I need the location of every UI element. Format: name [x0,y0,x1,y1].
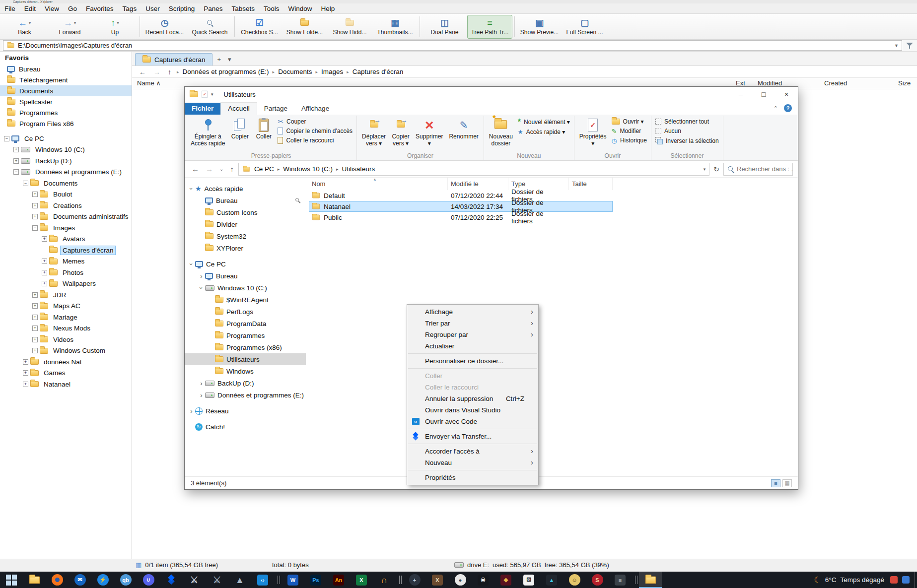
chevron-collapsed-icon[interactable]: › [188,407,195,415]
taskbar-game-5[interactable]: ◆ [494,572,517,588]
tree-item-images[interactable]: −Images [0,222,132,234]
expand-icon[interactable]: + [42,281,47,286]
favorite-item-spellcaster[interactable]: Spellcaster [0,96,132,107]
breadcrumb-captures-d-ecran[interactable]: Captures d'écran [352,68,404,75]
expand-icon[interactable]: + [32,315,38,320]
menu-item-tags[interactable]: Tags [118,3,141,13]
file-row-public[interactable]: Public07/12/2020 22:25Dossier de fichier… [309,212,613,223]
file-column-nom[interactable]: Nom [309,178,448,190]
ribbon-deplacer-vers[interactable]: →Déplacervers ▾ [359,116,389,147]
expand-icon[interactable]: + [32,192,38,197]
maximize-button[interactable]: □ [752,87,775,102]
expand-icon[interactable]: + [42,236,47,242]
expand-icon[interactable]: + [32,214,38,219]
toolbar-tree-path-tr[interactable]: ≡Tree Path Tr... [467,15,512,39]
expand-icon[interactable]: + [23,359,28,365]
menu-item-ouvrir-avec-code[interactable]: ‹›Ouvrir avec Code [407,416,538,427]
menu-item-tabsets[interactable]: Tabsets [227,3,259,13]
expand-icon[interactable]: + [32,337,38,342]
column-header-name[interactable]: Name ∧ [137,79,161,87]
breadcrumb-forward-icon[interactable]: → [150,68,163,76]
weather-widget[interactable]: ☾6°CTemps dégagé [808,572,890,588]
file-column-modifie-le[interactable]: Modifié le [448,178,508,190]
expand-icon[interactable]: + [32,203,38,208]
ribbon-ouvrir[interactable]: Ouvrir ▾ [610,118,649,126]
tree-item-maps-ac[interactable]: +Maps AC [0,301,132,312]
toolbar-back[interactable]: ←▾Back [2,15,47,39]
collapse-icon[interactable]: − [4,136,9,141]
menu-item-ouvrir-dans-visual-studio[interactable]: Ouvrir dans Visual Studio [407,404,538,416]
ribbon-tab-fichier[interactable]: Fichier [185,103,220,115]
nav-item-system32[interactable]: System32 [185,230,306,242]
ribbon-epingler-a-acces-rapide[interactable]: Épingler àAccès rapide [188,116,228,147]
show-desktop-button[interactable] [915,572,917,588]
menu-item-user[interactable]: User [141,3,164,13]
tree-item-jdr[interactable]: +JDR [0,289,132,301]
taskbar-game-10[interactable]: ≡ [609,572,632,588]
tree-item-windows-custom[interactable]: +Windows Custom [0,345,132,357]
menu-item-coller[interactable]: Coller [407,370,538,382]
tree-item-nexus-mods[interactable]: +Nexus Mods [0,323,132,334]
breadcrumb-documents[interactable]: Documents [277,68,313,75]
tray-icon-blue[interactable] [902,576,910,584]
tree-item-donnees-nat[interactable]: +données Nat [0,356,132,368]
taskbar-dropbox[interactable] [160,572,183,588]
tray-icon-red[interactable] [890,576,898,584]
dropdown-arrow-icon[interactable]: ▾ [117,20,119,25]
ribbon-inverser-la-selection[interactable]: Inverser la sélection [653,136,721,145]
nav-item-bureau[interactable]: Bureau [185,195,306,206]
menu-item-annuler-la-suppression[interactable]: Annuler la suppressionCtrl+Z [407,393,538,404]
taskbar-animate[interactable]: An [327,572,350,588]
menu-item-affichage[interactable]: Affichage› [407,306,538,318]
recent-locations-icon[interactable]: ⌄ [217,166,225,172]
nav-item-reseau[interactable]: ›Réseau [185,405,306,417]
up-icon[interactable]: ↑ [228,165,236,173]
nav-item-ce-pc[interactable]: ›Ce PC [185,258,306,270]
toolbar-show-folde[interactable]: Show Folde... [282,15,327,39]
quick-access-customize-icon[interactable]: ▾ [211,92,213,97]
taskbar-game-2[interactable]: X [426,572,449,588]
ribbon-modifier[interactable]: ✎Modifier [610,127,649,135]
ribbon-supprimer[interactable]: ×Supprimer▾ [413,116,446,147]
path-segment-windows-10-c[interactable]: Windows 10 (C:) [281,165,335,173]
search-box[interactable]: Rechercher dans : ... [723,163,793,176]
favorite-item-programmes[interactable]: Programmes [0,107,132,118]
collapse-icon[interactable]: − [32,225,38,231]
ribbon-acces-rapide[interactable]: ★Accès rapide ▾ [516,128,572,136]
taskbar-dagger-1[interactable]: ⚔ [183,572,206,588]
file-column-type[interactable]: Type [508,178,569,190]
menu-item-go[interactable]: Go [64,3,81,13]
ribbon-historique[interactable]: ◷Historique [610,136,649,144]
path-segment-ce-pc[interactable]: Ce PC [252,165,276,173]
chevron-collapsed-icon[interactable]: › [198,272,205,280]
menu-item-proprietes[interactable]: Propriétés [407,472,538,483]
minimize-button[interactable]: – [729,87,752,102]
file-column-taille[interactable]: Taille [569,178,613,190]
taskbar-word[interactable]: W [282,572,304,588]
toolbar-recent-loca[interactable]: ◷Recent Loca... [142,15,187,39]
chevron-expanded-icon[interactable]: › [198,284,205,292]
address-dropdown-icon[interactable]: ▾ [704,167,706,172]
tree-item-windows-10-c[interactable]: +Windows 10 (C:) [0,144,132,156]
chevron-expanded-icon[interactable]: › [188,185,195,193]
taskbar-game-1[interactable]: + [403,572,426,588]
breadcrumb-donnees-et-programmes-e[interactable]: Données et programmes (E:) [182,68,270,75]
expand-icon[interactable]: + [13,158,19,164]
tree-item-donnees-et-programmes-e[interactable]: −Données et programmes (E:) [0,167,132,178]
tab-list-dropdown[interactable]: ▾ [225,53,234,65]
expand-icon[interactable]: + [42,270,47,275]
taskbar-vortex-tool[interactable]: ▲ [228,572,251,588]
ribbon-proprietes[interactable]: Propriétés▾ [576,116,610,147]
chevron-collapsed-icon[interactable]: › [198,380,205,387]
favorite-item-program-files-x86[interactable]: Program Files x86 [0,118,132,129]
tree-item-videos[interactable]: +Videos [0,334,132,345]
chevron-expanded-icon[interactable]: › [188,261,195,268]
ribbon-renommer[interactable]: ✎Renommer [446,116,481,140]
chevron-collapsed-icon[interactable]: › [198,392,205,399]
address-bar[interactable]: E:\Documents\Images\Captures d'écran ▼ [3,40,902,51]
nav-item-utilisateurs[interactable]: Utilisateurs [185,353,306,365]
taskbar-thunderbird[interactable]: ✉ [69,572,91,588]
taskbar-firefox[interactable] [46,572,69,588]
nav-item-winreagent[interactable]: $WinREAgent [185,294,306,306]
favorite-item-telechargement[interactable]: Téléchargement [0,74,132,85]
